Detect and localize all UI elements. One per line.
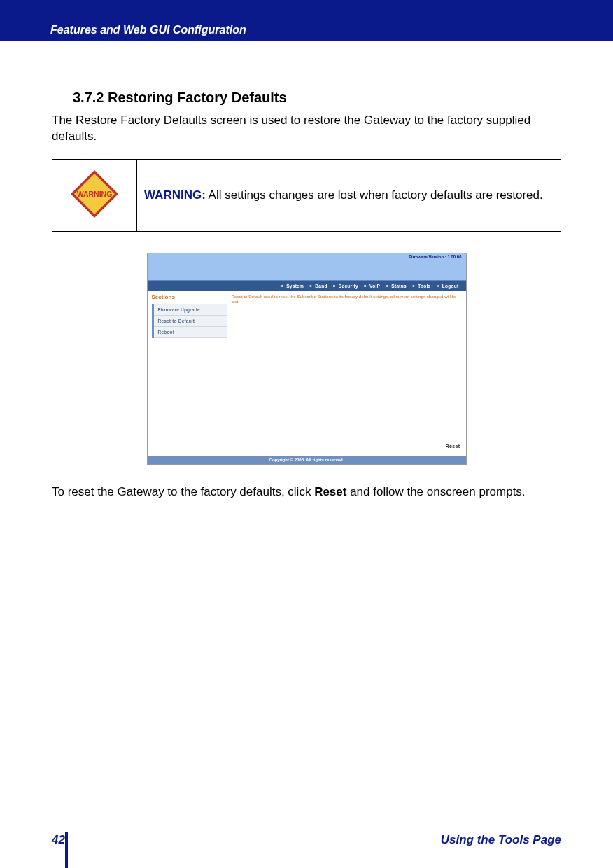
screenshot-body: Sections Firmware Upgrade Reset to Defau… bbox=[148, 291, 466, 456]
screenshot-sidebar: Sections Firmware Upgrade Reset to Defau… bbox=[148, 291, 227, 456]
chapter-number: 3 bbox=[6, 0, 21, 28]
warning-label: WARNING: bbox=[144, 188, 206, 202]
page-content: 3.7.2 Restoring Factory Defaults The Res… bbox=[0, 41, 613, 500]
firmware-version-label: Firmware Version : 1.00.06 bbox=[409, 255, 461, 259]
intro-paragraph: The Restore Factory Defaults screen is u… bbox=[52, 113, 561, 145]
post-text-2: and follow the onscreen prompts. bbox=[346, 485, 525, 498]
warning-sign-text: WARNING bbox=[77, 190, 113, 198]
warning-box: WARNING WARNING: All settings changes ar… bbox=[52, 159, 561, 232]
page-number: 42 bbox=[52, 833, 65, 847]
main-message: Reset to Default used to reset the Subsc… bbox=[232, 294, 462, 304]
footer-section-name: Using the Tools Page bbox=[441, 833, 561, 847]
section-heading: 3.7.2 Restoring Factory Defaults bbox=[73, 90, 561, 106]
post-text-1: To reset the Gateway to the factory defa… bbox=[52, 485, 314, 498]
sidebar-item-reset-to-default[interactable]: Reset to Default bbox=[154, 316, 227, 327]
post-text-bold: Reset bbox=[314, 485, 346, 498]
page-footer: 42 Using the Tools Page bbox=[0, 833, 613, 847]
sidebar-item-reboot[interactable]: Reboot bbox=[154, 327, 227, 338]
top-banner: Features and Web GUI Configuration bbox=[0, 0, 613, 41]
nav-item-voip[interactable]: » VoIP bbox=[364, 284, 381, 288]
warning-message: All settings changes are lost when facto… bbox=[206, 188, 543, 202]
warning-text: WARNING: All settings changes are lost w… bbox=[137, 159, 561, 231]
post-screenshot-paragraph: To reset the Gateway to the factory defa… bbox=[52, 484, 561, 500]
screenshot-navbar: » System » Band » Security » VoIP » Stat… bbox=[148, 281, 466, 291]
sections-title: Sections bbox=[152, 294, 227, 300]
screenshot-topbar: Firmware Version : 1.00.06 bbox=[148, 253, 466, 281]
embedded-screenshot: Firmware Version : 1.00.06 » System » Ba… bbox=[147, 253, 467, 465]
screenshot-main: Reset to Default used to reset the Subsc… bbox=[227, 291, 466, 456]
footer-accent-bar bbox=[65, 832, 68, 868]
banner-title: Features and Web GUI Configuration bbox=[50, 24, 246, 36]
reset-button[interactable]: Reset bbox=[445, 444, 460, 449]
warning-icon: WARNING bbox=[70, 169, 119, 218]
nav-item-band[interactable]: » Band bbox=[309, 284, 328, 288]
nav-item-security[interactable]: » Security bbox=[333, 284, 360, 288]
nav-item-tools[interactable]: » Tools bbox=[412, 284, 432, 288]
sidebar-item-firmware-upgrade[interactable]: Firmware Upgrade bbox=[154, 304, 227, 316]
nav-item-system[interactable]: » System bbox=[281, 284, 305, 288]
nav-item-status[interactable]: » Status bbox=[386, 284, 408, 288]
nav-item-logout[interactable]: » Logout bbox=[437, 284, 460, 288]
screenshot-copyright: Copyright © 2008. All rights reserved. bbox=[148, 456, 466, 464]
